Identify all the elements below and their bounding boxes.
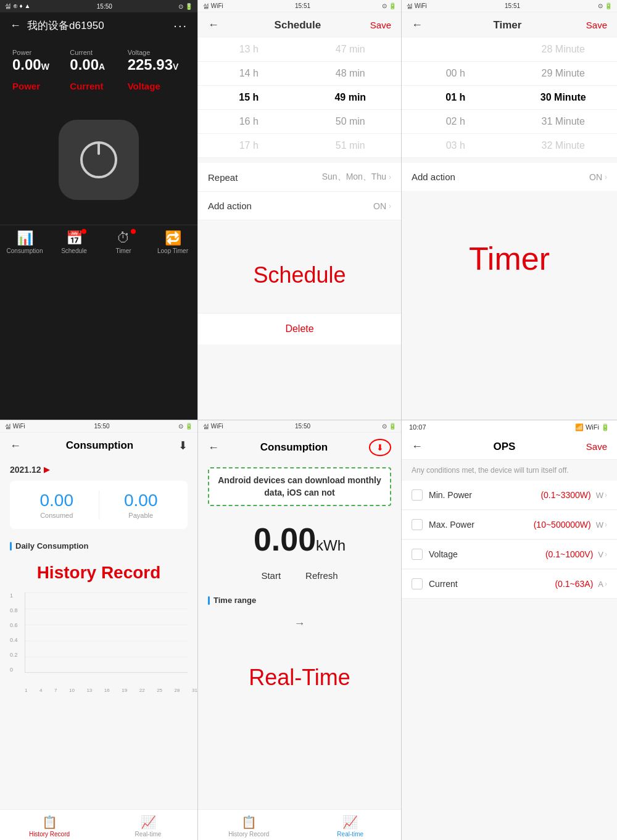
status-right-5: ⊙ 🔋 [382, 423, 396, 430]
nav-loop-timer[interactable]: 🔁 Loop Timer [148, 230, 197, 254]
payable-label: Payable [104, 512, 178, 519]
kwh-display: 0.00kWh [198, 511, 401, 563]
current-checkbox[interactable] [412, 578, 423, 589]
nav-consumption[interactable]: 📊 Consumption [0, 230, 49, 254]
kwh-unit: kWh [316, 537, 346, 554]
consumption-mid-panel: 설 WiFi 15:50 ⊙ 🔋 ← Consumption ⬇ Android… [197, 420, 401, 840]
add-action-row-timer[interactable]: Add action ON › [402, 163, 617, 191]
ops-back[interactable]: ← [412, 440, 423, 453]
power-button-area [0, 101, 197, 225]
consumed-item: 0.00 Consumed [20, 491, 94, 519]
current-label-red: Current [70, 81, 127, 91]
ops-panel: 10:07 📶 WiFi 🔋 ← OPS Save Any conditions… [401, 420, 617, 840]
consumption-left-back[interactable]: ← [10, 439, 21, 452]
schedule-save[interactable]: Save [370, 20, 391, 30]
chart-x-labels: 1 4 7 10 13 16 19 22 25 28 31 [25, 686, 197, 694]
timer-hour-0 [402, 44, 510, 55]
nav-timer[interactable]: ⏱ Timer [99, 230, 148, 254]
consumption-mid-nav: 📋 History Record 📈 Real-time [198, 809, 401, 840]
current-range: (0.1~63A) [555, 579, 593, 589]
voltage-checkbox[interactable] [412, 549, 423, 560]
payable-value: 0.00 [104, 491, 178, 510]
delete-button[interactable]: Delete [198, 313, 401, 344]
schedule-panel: 설 WiFi 15:51 ⊙ 🔋 ← Schedule Save 13 h 47… [197, 0, 401, 420]
repeat-value: Sun、Mon、Thu [322, 172, 386, 183]
max-power-checkbox[interactable] [412, 519, 423, 530]
timer-row-1: 00 h 29 Minute [402, 62, 617, 86]
ops-header: ← OPS Save [402, 434, 617, 460]
timer-panel: 설 WiFi 15:51 ⊙ 🔋 ← Timer Save 28 Minute … [401, 0, 617, 420]
add-action-value-schedule: ON [373, 201, 386, 211]
status-right-4: ⊙ 🔋 [178, 423, 193, 430]
status-right-1: ⊙ 🔋 [178, 3, 193, 10]
nav-history-record-left[interactable]: 📋 History Record [0, 815, 99, 838]
min-3: 50 min [300, 116, 402, 127]
min-power-checkbox[interactable] [412, 489, 423, 501]
consumption-mid-title: Consumption [219, 441, 369, 454]
consumption-date[interactable]: 2021.12 ▶ [0, 459, 197, 481]
timer-hour-2: 01 h [402, 92, 510, 103]
timer-row-3: 02 h 31 Minute [402, 110, 617, 134]
status-left-5: 설 WiFi [203, 422, 223, 431]
consumption-left-title: Consumption [21, 439, 178, 452]
time-range-label: Time range [208, 596, 391, 605]
power-button[interactable] [59, 120, 139, 200]
status-right-3: ⊙ 🔋 [598, 2, 612, 9]
nav-timer-label: Timer [115, 247, 131, 254]
power-icon [80, 141, 117, 178]
status-bar-4: 설 WiFi 15:50 ⊙ 🔋 [0, 420, 197, 433]
consumption-mid-actions: Start Refresh [198, 563, 401, 588]
more-button-1[interactable]: ··· [173, 19, 188, 33]
add-action-arrow-timer: › [605, 173, 607, 181]
start-button[interactable]: Start [261, 570, 281, 581]
ops-save[interactable]: Save [586, 441, 607, 452]
add-action-row-schedule[interactable]: Add action ON › [198, 192, 401, 220]
repeat-row[interactable]: Repeat Sun、Mon、Thu › [198, 163, 401, 192]
schedule-title: Schedule [225, 19, 370, 31]
min-power-arrow: › [605, 491, 607, 499]
ops-row-min-power: Min. Power (0.1~3300W) W › [402, 481, 617, 510]
download-button-left[interactable]: ⬇ [178, 439, 188, 452]
add-action-value-timer: ON [589, 172, 602, 182]
time-row-2: 15 h 49 min [198, 86, 401, 110]
time-row-3: 16 h 50 min [198, 110, 401, 134]
consumption-icon: 📊 [17, 230, 33, 246]
consumption-left-nav: 📋 History Record 📈 Real-time [0, 809, 197, 840]
ops-row-voltage: Voltage (0.1~1000V) V › [402, 540, 617, 569]
timer-save[interactable]: Save [586, 20, 607, 30]
voltage-range: (0.1~1000V) [545, 549, 593, 559]
timer-icon: ⏱ [117, 230, 130, 246]
back-button-1[interactable]: ← [10, 19, 21, 32]
loop-timer-icon: 🔁 [165, 230, 181, 246]
ops-notice: Any conditions met, the device will turn… [402, 460, 617, 481]
timer-min-1: 29 Minute [510, 68, 618, 79]
nav-realtime-left[interactable]: 📈 Real-time [99, 815, 197, 838]
timer-min-3: 31 Minute [510, 116, 618, 127]
voltage-arrow: › [605, 550, 607, 559]
current-value: 0.00A [70, 56, 127, 73]
timer-min-0: 28 Minute [510, 44, 618, 55]
daily-title-text: Daily Consumption [15, 541, 88, 551]
download-circle-button[interactable]: ⬇ [369, 439, 391, 456]
nav-realtime-mid[interactable]: 📈 Real-time [300, 815, 402, 838]
nav-schedule[interactable]: 📅 Schedule [49, 230, 99, 254]
time-range-section: Time range → [198, 588, 401, 640]
status-left-4: 설 WiFi [5, 422, 25, 431]
time-row-1: 14 h 48 min [198, 62, 401, 86]
consumption-mid-back[interactable]: ← [208, 441, 219, 454]
refresh-button[interactable]: Refresh [305, 570, 338, 581]
schedule-time-picker: 13 h 47 min 14 h 48 min 15 h 49 min 16 h… [198, 38, 401, 158]
status-bar-5: 설 WiFi 15:50 ⊙ 🔋 [198, 420, 401, 433]
min-2: 49 min [300, 92, 402, 103]
time-row-0: 13 h 47 min [198, 38, 401, 62]
hour-1: 14 h [198, 68, 300, 79]
timer-min-4: 32 Minute [510, 140, 618, 151]
min-power-name: Min. Power [429, 490, 540, 500]
schedule-back[interactable]: ← [208, 19, 219, 31]
kwh-value: 0.00 [254, 522, 316, 557]
device-panel: 설 ⊕ ♦ ▲ 15:50 ⊙ 🔋 ← 我的设备d61950 ··· Power… [0, 0, 197, 420]
voltage-unit: V [598, 550, 603, 559]
device-title: 我的设备d61950 [27, 19, 173, 33]
nav-history-record-mid[interactable]: 📋 History Record [198, 815, 300, 838]
timer-back[interactable]: ← [412, 19, 423, 31]
